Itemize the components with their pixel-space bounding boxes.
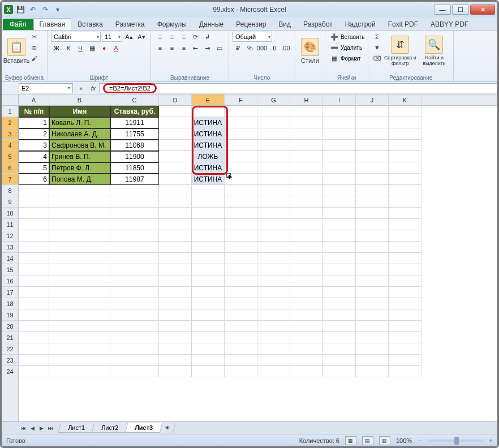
cell[interactable] <box>19 264 49 275</box>
cell[interactable] <box>323 106 356 117</box>
cell[interactable] <box>192 219 225 230</box>
cell[interactable] <box>49 264 110 275</box>
tab-file[interactable]: Файл <box>3 19 33 30</box>
align-left-icon[interactable]: ≡ <box>154 43 166 53</box>
row-header[interactable]: 21 <box>2 332 18 343</box>
cell[interactable] <box>389 264 421 275</box>
cell[interactable] <box>192 230 225 242</box>
maximize-button[interactable]: ☐ <box>452 5 469 15</box>
cell[interactable] <box>159 366 192 377</box>
cell[interactable] <box>356 355 389 366</box>
format-cells-button[interactable]: ▦Формат <box>329 53 361 63</box>
cell[interactable] <box>159 343 192 355</box>
worksheet-grid[interactable]: 123456789101112131415161718192021222324 … <box>2 94 497 421</box>
cell[interactable]: ИСТИНА <box>192 162 225 174</box>
cell[interactable] <box>159 140 192 151</box>
cell[interactable]: Сафронова В. М. <box>49 140 110 151</box>
cell[interactable] <box>49 355 110 366</box>
cell[interactable] <box>192 264 225 275</box>
paste-button[interactable]: 📋 Вставить <box>5 32 28 70</box>
cell[interactable] <box>159 287 192 298</box>
cell[interactable]: 11850 <box>110 162 159 174</box>
sheet-nav-next-icon[interactable]: ▶ <box>37 424 46 433</box>
cell[interactable] <box>257 355 290 366</box>
cell[interactable] <box>323 162 356 174</box>
cell[interactable] <box>323 321 356 332</box>
cell[interactable] <box>110 264 159 275</box>
cell[interactable] <box>356 162 389 174</box>
cell[interactable] <box>389 128 421 140</box>
cell[interactable] <box>225 332 257 343</box>
font-size-dropdown[interactable]: 11 <box>102 32 122 42</box>
cell[interactable] <box>159 242 192 253</box>
cell[interactable]: 11987 <box>110 174 159 185</box>
cell[interactable] <box>290 208 323 219</box>
cell[interactable] <box>110 208 159 219</box>
zoom-slider[interactable] <box>427 440 484 442</box>
cell[interactable] <box>110 230 159 242</box>
tab-formulas[interactable]: Формулы <box>151 18 193 30</box>
cell[interactable] <box>159 162 192 174</box>
cell[interactable] <box>257 253 290 264</box>
cell[interactable] <box>192 287 225 298</box>
cell[interactable] <box>356 230 389 242</box>
cell[interactable] <box>389 162 421 174</box>
cell[interactable] <box>225 151 257 162</box>
align-center-icon[interactable]: ≡ <box>166 43 178 53</box>
close-button[interactable]: ✕ <box>470 5 495 15</box>
cell[interactable] <box>389 117 421 128</box>
find-select-button[interactable]: 🔍 Найти и выделить <box>418 32 450 70</box>
cell[interactable] <box>356 275 389 287</box>
cell[interactable]: 11900 <box>110 151 159 162</box>
cell[interactable] <box>225 185 257 196</box>
cell[interactable] <box>323 287 356 298</box>
cell[interactable] <box>356 208 389 219</box>
cell[interactable] <box>192 253 225 264</box>
cell[interactable] <box>159 128 192 140</box>
cell[interactable] <box>257 162 290 174</box>
cell[interactable] <box>290 140 323 151</box>
cell[interactable] <box>257 174 290 185</box>
cell[interactable] <box>159 309 192 321</box>
indent-dec-icon[interactable]: ⇤ <box>190 43 201 53</box>
cell[interactable] <box>290 298 323 309</box>
cell[interactable] <box>257 117 290 128</box>
cell[interactable] <box>49 253 110 264</box>
cell[interactable] <box>110 253 159 264</box>
tab-developer[interactable]: Разработ <box>297 18 339 30</box>
cell[interactable] <box>159 185 192 196</box>
cell[interactable] <box>290 106 323 117</box>
column-header[interactable]: I <box>323 94 356 105</box>
cell[interactable] <box>110 185 159 196</box>
column-header[interactable]: H <box>290 94 323 105</box>
qat-dropdown-icon[interactable]: ▾ <box>53 5 63 14</box>
cell[interactable] <box>257 298 290 309</box>
cell[interactable] <box>257 321 290 332</box>
number-format-dropdown[interactable]: Общий <box>233 32 272 42</box>
sheet-tab[interactable]: Лист2 <box>92 423 128 433</box>
cell[interactable] <box>110 309 159 321</box>
formula-input[interactable]: =B2=Лист2!B2 <box>99 83 497 93</box>
cell[interactable] <box>356 128 389 140</box>
cell[interactable] <box>323 355 356 366</box>
cell[interactable] <box>290 162 323 174</box>
clear-icon[interactable]: ⌫ <box>372 53 382 63</box>
column-header[interactable]: K <box>389 94 421 105</box>
cell[interactable] <box>192 343 225 355</box>
row-header[interactable]: 13 <box>2 242 18 253</box>
cell[interactable] <box>290 230 323 242</box>
cell[interactable] <box>323 151 356 162</box>
bold-button[interactable]: Ж <box>51 43 62 53</box>
cell[interactable]: 1 <box>19 117 49 128</box>
cell[interactable] <box>49 208 110 219</box>
tab-view[interactable]: Вид <box>272 18 297 30</box>
row-header[interactable]: 1 <box>2 106 18 117</box>
cell[interactable] <box>225 298 257 309</box>
cell[interactable] <box>192 185 225 196</box>
fx-icon[interactable]: fx <box>88 85 99 92</box>
excel-icon[interactable]: X <box>4 5 13 14</box>
cell[interactable] <box>389 343 421 355</box>
row-header[interactable]: 12 <box>2 230 18 242</box>
cell[interactable] <box>290 253 323 264</box>
cell[interactable] <box>290 117 323 128</box>
